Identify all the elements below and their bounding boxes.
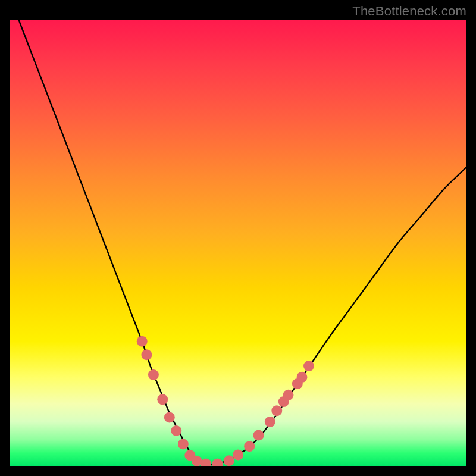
curve-markers (137, 336, 314, 466)
curve-marker (192, 456, 202, 466)
curve-marker (233, 449, 243, 460)
curve-marker (171, 425, 181, 436)
curve-marker (164, 412, 175, 422)
curve-marker (201, 458, 211, 466)
curve-marker (265, 416, 275, 427)
curve-marker (283, 390, 293, 400)
curve-marker (137, 336, 148, 347)
chart-overlay (10, 20, 466, 466)
curve-marker (148, 369, 159, 380)
curve-marker (244, 441, 255, 452)
curve-marker (178, 439, 189, 449)
curve-marker (212, 458, 223, 466)
curve-marker (224, 455, 234, 466)
watermark-text: TheBottleneck.com (352, 4, 466, 19)
curve-marker (253, 430, 264, 440)
curve-marker (141, 349, 152, 360)
curve-marker (303, 361, 314, 371)
curve-marker (271, 405, 282, 416)
chart-frame (10, 20, 466, 466)
bottleneck-curve (10, 20, 466, 465)
curve-marker (157, 394, 168, 405)
curve-marker (297, 372, 308, 383)
